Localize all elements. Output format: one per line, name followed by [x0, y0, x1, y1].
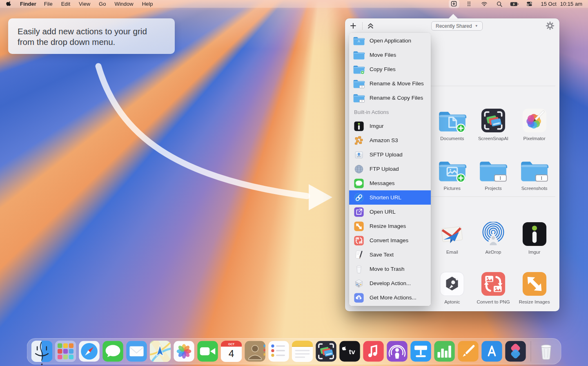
- dock-maps[interactable]: [150, 341, 171, 362]
- grid-item-label: AirDrop: [486, 250, 501, 254]
- shorten-url-icon: [353, 192, 365, 203]
- menu-item-label: Rename & Copy Files: [370, 95, 423, 101]
- convert-images-icon: [481, 260, 506, 296]
- grid-item-pixelmator[interactable]: Pixelmator: [514, 97, 555, 147]
- search-icon[interactable]: [495, 0, 504, 7]
- control-center-icon[interactable]: [525, 0, 534, 7]
- menubar-menu-go[interactable]: Go: [99, 1, 106, 7]
- menu-item-amazon-s3[interactable]: Amazon S3: [349, 133, 431, 147]
- dock-numbers[interactable]: [434, 341, 455, 362]
- grid-item-label: Resize Images: [519, 299, 550, 304]
- dock-pages[interactable]: [458, 341, 479, 362]
- grid-item-convert-to-png[interactable]: Convert to PNG: [473, 260, 514, 310]
- menu-item-label: Save Text: [370, 252, 394, 258]
- dock-launchpad[interactable]: [55, 341, 76, 362]
- grid-item-label: Aptonic: [444, 299, 460, 304]
- menu-item-open-application[interactable]: AOpen Application: [349, 33, 431, 48]
- menu-item-sftp-upload[interactable]: SFTPSFTP Upload: [349, 147, 431, 162]
- grid-item-projects[interactable]: IProjects: [473, 147, 514, 196]
- popup-notch: [449, 14, 458, 18]
- menu-item-label: Develop Action...: [370, 280, 411, 286]
- dock-calendar[interactable]: OCT4: [221, 341, 242, 362]
- double-chevron-up-icon[interactable]: [366, 21, 375, 31]
- menu-item-resize-images[interactable]: Resize Images: [349, 219, 431, 233]
- menu-item-convert-images[interactable]: Convert Images: [349, 233, 431, 248]
- menu-item-shorten-url[interactable]: Shorten URL: [349, 190, 431, 205]
- menu-item-imgur[interactable]: Imgur: [349, 119, 431, 133]
- folder-icon: [353, 49, 365, 61]
- gear-icon[interactable]: [546, 21, 555, 32]
- menubar-menu-window[interactable]: Window: [114, 1, 133, 7]
- add-action-button[interactable]: +: [350, 19, 356, 32]
- menu-item-develop-action[interactable]: Develop Action...: [349, 276, 431, 290]
- menu-item-copy-files[interactable]: Copy Files: [349, 62, 431, 76]
- dock-podcasts[interactable]: [387, 341, 408, 362]
- grid-item-screensnapai[interactable]: ScreenSnapAI: [473, 97, 514, 147]
- dock-trash[interactable]: [536, 341, 557, 362]
- menubar-menu-edit[interactable]: Edit: [61, 1, 70, 7]
- menubar-status: [450, 0, 534, 7]
- dock-facetime[interactable]: [197, 341, 218, 362]
- grid-item-aptonic[interactable]: Aptonic: [432, 260, 473, 310]
- dots-grid-icon[interactable]: [465, 0, 474, 7]
- dock-screensnapai[interactable]: [316, 341, 337, 362]
- action-grid-group-1: DocumentsScreenSnapAIPixelmatorPicturesI…: [432, 97, 555, 196]
- open-url-icon: [353, 206, 365, 218]
- menu-item-rename-copy-files[interactable]: IRename & Copy Files: [349, 91, 431, 105]
- menubar-menu-help[interactable]: Help: [142, 1, 153, 7]
- grid-item-documents[interactable]: Documents: [432, 97, 473, 147]
- folder-application-icon: A: [353, 35, 365, 47]
- grid-item-resize-images[interactable]: Resize Images: [514, 260, 555, 310]
- menu-item-open-url[interactable]: Open URL: [349, 205, 431, 219]
- dock-keynote[interactable]: [410, 341, 432, 362]
- apple-menu[interactable]: [6, 0, 12, 7]
- grid-item-label: Email: [446, 250, 458, 254]
- amazon-s3-icon: [353, 135, 365, 146]
- dock-contacts[interactable]: [245, 341, 266, 362]
- grid-item-screenshots[interactable]: IScreenshots: [514, 147, 555, 196]
- menu-item-label: Convert Images: [370, 237, 408, 243]
- menubar-menu-view[interactable]: View: [79, 1, 90, 7]
- header-separator: [362, 22, 363, 30]
- screenshot-tray-icon[interactable]: [450, 0, 459, 7]
- dock-safari[interactable]: [79, 341, 100, 362]
- menu-item-ftp-upload[interactable]: FTP Upload: [349, 162, 431, 176]
- dock-shortcuts[interactable]: [505, 341, 526, 362]
- menu-item-move-to-trash[interactable]: Move to Trash: [349, 262, 431, 276]
- menu-item-rename-move-files[interactable]: IRename & Move Files: [349, 76, 431, 91]
- imgur-icon: [522, 210, 547, 246]
- dock-apple-tv[interactable]: tv: [339, 341, 361, 362]
- battery-charging-icon[interactable]: [510, 0, 519, 7]
- view-selector-dropdown[interactable]: Recently Shared ▼: [431, 21, 483, 31]
- dock-photos[interactable]: [174, 341, 195, 362]
- menu-item-label: Open URL: [370, 209, 396, 215]
- grid-item-email[interactable]: Email: [432, 210, 473, 260]
- dock-notes[interactable]: [292, 341, 313, 362]
- dock-music[interactable]: [363, 341, 384, 362]
- dock-messages[interactable]: [102, 341, 124, 362]
- popup-header: + Recently Shared ▼: [345, 18, 559, 33]
- menu-item-get-more-actions[interactable]: Get More Actions...: [349, 290, 431, 305]
- menu-item-label: Move Files: [370, 52, 396, 58]
- dock-app-store[interactable]: [481, 341, 503, 362]
- messages-icon: [353, 178, 365, 189]
- resize-images-icon: [353, 221, 365, 232]
- active-app-name[interactable]: Finder: [20, 1, 36, 7]
- dock-mail[interactable]: [126, 341, 147, 362]
- wifi-icon[interactable]: [480, 0, 489, 7]
- menubar-clock[interactable]: 15 Oct 10:15 am: [541, 1, 583, 7]
- grid-item-label: Pixelmator: [523, 136, 545, 141]
- grid-item-airdrop[interactable]: AirDrop: [473, 210, 514, 260]
- menu-item-messages[interactable]: Messages: [349, 176, 431, 190]
- svg-text:tv: tv: [349, 348, 356, 356]
- menu-item-move-files[interactable]: Move Files: [349, 48, 431, 62]
- menu-item-save-text[interactable]: Save Text: [349, 248, 431, 262]
- grid-item-pictures[interactable]: Pictures: [432, 147, 473, 196]
- menu-item-label: Messages: [370, 180, 395, 186]
- dock-finder[interactable]: [31, 341, 53, 362]
- dock-reminders[interactable]: [268, 341, 290, 362]
- pixelmator-icon: [522, 97, 547, 133]
- grid-item-imgur[interactable]: Imgur: [514, 210, 555, 260]
- grid-item-label: Imgur: [528, 250, 540, 254]
- menubar-menu-file[interactable]: File: [44, 1, 53, 7]
